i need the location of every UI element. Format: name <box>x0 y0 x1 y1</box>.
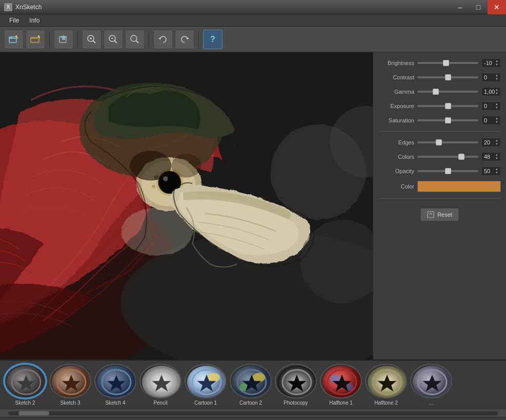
color-swatch[interactable] <box>417 181 501 192</box>
open-folder-button[interactable] <box>26 30 45 49</box>
thumb-sketch3-preview <box>50 365 91 398</box>
thumb-extra[interactable]: ... <box>410 364 452 406</box>
help-button[interactable]: ? <box>203 30 222 49</box>
close-button[interactable]: ✕ <box>488 0 506 14</box>
rotate-ccw-button[interactable] <box>153 30 173 49</box>
gamma-thumb[interactable] <box>433 89 439 95</box>
brightness-value[interactable]: -10 ▲▼ <box>481 58 501 68</box>
thumb-extra-img[interactable] <box>410 364 452 398</box>
export-button[interactable] <box>54 30 73 49</box>
colors-slider[interactable] <box>417 156 478 158</box>
scroll-track[interactable] <box>8 411 498 415</box>
zoom-out-button[interactable] <box>104 30 123 49</box>
menubar: File Info <box>0 14 506 27</box>
contrast-value[interactable]: 0 ▲▼ <box>481 73 501 82</box>
brightness-row: Brightness -10 ▲▼ <box>378 57 501 69</box>
contrast-row: Contrast 0 ▲▼ <box>378 72 501 83</box>
color-row: Color <box>378 180 501 193</box>
thumb-pencil-label: Pencil <box>153 400 167 406</box>
thumb-sketch2-label: Sketch 2 <box>15 400 35 406</box>
saturation-row: Saturation 0 ▲▼ <box>378 115 501 126</box>
maximize-button[interactable]: □ <box>469 0 488 14</box>
thumb-cartoon1-img[interactable] <box>185 364 227 398</box>
separator-1 <box>49 31 50 48</box>
svg-rect-46 <box>428 212 434 218</box>
thumb-cartoon1-preview <box>186 365 227 398</box>
thumb-halftone2-img[interactable] <box>365 364 407 398</box>
zoom-in-button[interactable] <box>82 30 102 49</box>
saturation-slider[interactable] <box>417 119 478 121</box>
brightness-slider[interactable] <box>417 62 478 64</box>
zoom-fit-button[interactable] <box>125 30 145 49</box>
colors-thumb[interactable] <box>458 154 464 160</box>
menu-file[interactable]: File <box>4 16 24 25</box>
reset-button[interactable]: Reset <box>420 208 459 221</box>
thumb-sketch2[interactable]: Sketch 2 <box>4 364 46 406</box>
rotate-cw-button[interactable] <box>175 30 194 49</box>
gamma-row: Gamma 1,00 ▲▼ <box>378 86 501 97</box>
thumb-halftone2[interactable]: Halftone 2 <box>365 364 407 406</box>
thumb-photocopy-img[interactable] <box>275 364 317 398</box>
thumb-cartoon2[interactable]: Cartoon 2 <box>230 364 272 406</box>
svg-point-33 <box>152 185 155 188</box>
thumb-pencil-img[interactable] <box>139 364 181 398</box>
separator-4 <box>198 31 199 48</box>
thumb-extra-preview <box>411 365 452 398</box>
opacity-thumb[interactable] <box>445 168 451 174</box>
exposure-thumb[interactable] <box>445 103 451 109</box>
svg-point-41 <box>171 154 201 178</box>
thumb-halftone1-img[interactable] <box>320 364 362 398</box>
edges-row: Edges 20 ▲▼ <box>378 137 501 148</box>
colors-label: Colors <box>378 154 414 160</box>
svg-point-40 <box>130 151 172 180</box>
thumb-pencil[interactable]: Pencil <box>139 364 181 406</box>
brightness-label: Brightness <box>378 60 414 66</box>
right-panel: Brightness -10 ▲▼ Contrast 0 ▲▼ Gamma <box>373 52 506 360</box>
thumb-photocopy[interactable]: Photocopy <box>275 364 317 406</box>
exposure-slider[interactable] <box>417 105 478 107</box>
thumb-sketch3-img[interactable] <box>49 364 91 398</box>
thumb-cartoon2-preview <box>231 365 272 398</box>
colors-value[interactable]: 48 ▲▼ <box>481 152 501 161</box>
brightness-thumb[interactable] <box>443 60 449 66</box>
saturation-thumb[interactable] <box>445 117 451 123</box>
thumb-cartoon1[interactable]: Cartoon 1 <box>185 364 227 406</box>
edges-thumb[interactable] <box>436 139 442 145</box>
gamma-value[interactable]: 1,00 ▲▼ <box>481 87 501 96</box>
opacity-row: Opacity 50 ▲▼ <box>378 165 501 177</box>
window-controls: ‒ □ ✕ <box>451 0 506 14</box>
contrast-thumb[interactable] <box>445 74 451 80</box>
color-label: Color <box>378 183 414 190</box>
open-file-button[interactable] <box>4 30 24 49</box>
thumb-sketch2-img[interactable] <box>4 364 46 398</box>
thumb-sketch4-label: Sketch 4 <box>106 400 126 406</box>
thumb-halftone1-preview <box>321 365 362 398</box>
menu-info[interactable]: Info <box>24 16 45 25</box>
toolbar: ? <box>0 27 506 52</box>
canvas-area <box>0 52 373 360</box>
svg-marker-18 <box>186 38 189 39</box>
thumb-sketch3[interactable]: Sketch 3 <box>49 364 91 406</box>
thumb-sketch4[interactable]: Sketch 4 <box>94 364 136 406</box>
colors-row: Colors 48 ▲▼ <box>378 151 501 162</box>
edges-slider[interactable] <box>417 141 478 143</box>
thumb-cartoon1-label: Cartoon 1 <box>194 400 217 406</box>
opacity-slider[interactable] <box>417 170 478 172</box>
minimize-button[interactable]: ‒ <box>451 0 469 14</box>
thumb-halftone1[interactable]: Halftone 1 <box>320 364 362 406</box>
thumb-sketch4-img[interactable] <box>94 364 136 398</box>
contrast-slider[interactable] <box>417 76 478 78</box>
titlebar: X XnSketch ‒ □ ✕ <box>0 0 506 14</box>
edges-value[interactable]: 20 ▲▼ <box>481 138 501 147</box>
gamma-label: Gamma <box>378 89 414 95</box>
thumb-halftone2-label: Halftone 2 <box>374 400 398 406</box>
thumb-sketch3-label: Sketch 3 <box>60 400 80 406</box>
thumb-halftone2-preview <box>366 365 407 398</box>
scroll-thumb[interactable] <box>18 411 49 415</box>
horizontal-scrollbar[interactable] <box>0 409 506 417</box>
exposure-value[interactable]: 0 ▲▼ <box>481 101 501 111</box>
opacity-value[interactable]: 50 ▲▼ <box>481 166 501 176</box>
saturation-value[interactable]: 0 ▲▼ <box>481 116 501 125</box>
gamma-slider[interactable] <box>417 91 478 93</box>
thumb-cartoon2-img[interactable] <box>230 364 272 398</box>
